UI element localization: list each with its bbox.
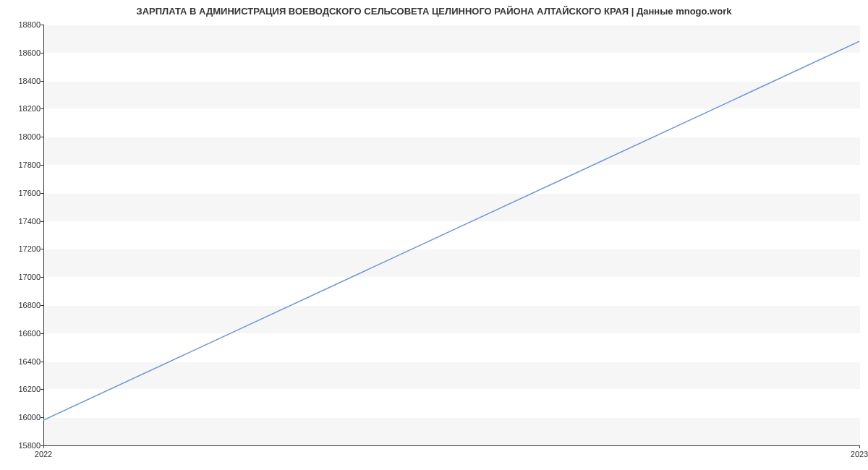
grid-band — [44, 53, 860, 81]
grid-band — [44, 333, 860, 362]
y-tick-label: 17400 — [4, 217, 41, 226]
grid-line — [44, 25, 860, 25]
y-tick-label: 17800 — [4, 161, 41, 169]
x-tick-mark — [859, 445, 860, 448]
grid-line — [44, 165, 860, 166]
y-tick-label: 17000 — [4, 273, 41, 281]
y-tick-mark — [41, 389, 43, 390]
y-tick-label: 16200 — [4, 385, 41, 393]
y-tick-label: 18400 — [4, 77, 41, 85]
grid-band — [44, 108, 860, 137]
y-tick-label: 18800 — [4, 20, 41, 29]
y-tick-label: 17600 — [4, 189, 41, 197]
chart-container: ЗАРПЛАТА В АДМИНИСТРАЦИЯ ВОЕВОДСКОГО СЕЛ… — [0, 0, 868, 470]
y-tick-mark — [41, 417, 43, 418]
y-tick-label: 18200 — [4, 104, 41, 113]
y-tick-mark — [41, 249, 43, 249]
x-tick-label: 2023 — [851, 450, 868, 458]
y-tick-mark — [41, 81, 43, 82]
chart-title: ЗАРПЛАТА В АДМИНИСТРАЦИЯ ВОЕВОДСКОГО СЕЛ… — [0, 0, 868, 20]
y-tick-mark — [41, 193, 43, 194]
grid-line — [44, 137, 860, 137]
y-tick-mark — [41, 137, 43, 137]
grid-line — [44, 193, 860, 194]
y-tick-mark — [41, 305, 43, 306]
grid-line — [44, 305, 860, 306]
grid-line — [44, 389, 860, 390]
y-tick-label: 18000 — [4, 132, 41, 141]
y-tick-label: 16600 — [4, 329, 41, 338]
grid-band — [44, 277, 860, 305]
x-tick-label: 2022 — [35, 450, 52, 458]
grid-line — [44, 249, 860, 249]
y-tick-mark — [41, 25, 43, 25]
plot-area — [43, 25, 860, 446]
y-tick-label: 16800 — [4, 301, 41, 309]
grid-line — [44, 277, 860, 278]
grid-line — [44, 221, 860, 222]
grid-band — [44, 221, 860, 249]
y-tick-label: 17200 — [4, 244, 41, 253]
y-tick-label: 16000 — [4, 413, 41, 422]
y-tick-mark — [41, 108, 43, 109]
y-tick-mark — [41, 165, 43, 166]
y-tick-mark — [41, 333, 43, 334]
grid-line — [44, 108, 860, 109]
grid-line — [44, 81, 860, 82]
y-tick-mark — [41, 221, 43, 222]
y-tick-mark — [41, 277, 43, 278]
grid-line — [44, 53, 860, 54]
grid-line — [44, 362, 860, 362]
y-tick-mark — [41, 362, 43, 362]
grid-line — [44, 417, 860, 418]
y-tick-mark — [41, 53, 43, 54]
x-tick-mark — [43, 445, 44, 448]
grid-band — [44, 389, 860, 417]
y-tick-label: 15800 — [4, 441, 41, 450]
y-tick-label: 18600 — [4, 48, 41, 57]
grid-band — [44, 165, 860, 193]
y-tick-label: 16400 — [4, 357, 41, 366]
grid-line — [44, 333, 860, 334]
